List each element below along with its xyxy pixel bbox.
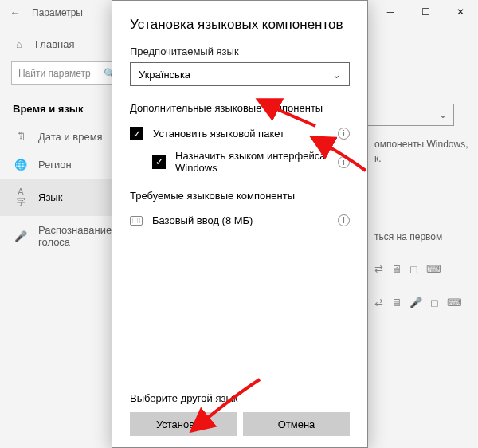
bg-icons-row: ⇄ 🖥 🎤 ◻ ⌨ — [374, 295, 478, 311]
required-basic-typing: Базовый ввод (8 МБ) i — [130, 210, 350, 231]
bg-text: к. — [374, 151, 478, 166]
sidebar-item-label: Дата и время — [38, 131, 103, 143]
sidebar-item-label: Распознавание голоса — [38, 224, 121, 248]
required-section-label: Требуемые языковые компоненты — [130, 190, 350, 202]
install-language-dialog: Установка языковых компонентов Предпочит… — [112, 0, 368, 448]
info-icon[interactable]: i — [338, 214, 350, 226]
minimize-button[interactable]: ─ — [373, 0, 408, 24]
info-icon[interactable]: i — [338, 128, 350, 140]
sidebar-item-speech[interactable]: 🎤 Распознавание голоса — [11, 216, 124, 256]
close-button[interactable]: ✕ — [443, 0, 478, 24]
bg-text: ться на первом — [374, 230, 478, 244]
optional-section-label: Дополнительные языковые компоненты — [130, 102, 350, 114]
window-title: Параметры — [32, 7, 83, 18]
display-icon: 🖥 — [391, 295, 402, 311]
keyboard-icon: ⌨ — [447, 295, 462, 311]
bg-right-pane: омпоненты Windows, к. ться на первом ⇄ 🖥… — [374, 104, 478, 310]
bg-combo[interactable] — [366, 104, 454, 126]
keyboard-icon: ⌨ — [426, 261, 441, 277]
required-label: Базовый ввод (8 МБ) — [152, 214, 253, 226]
search-placeholder: Найти параметр — [18, 68, 91, 79]
sidebar-item-label: Язык — [38, 191, 62, 203]
mic-icon: 🎤 — [14, 230, 27, 242]
keyboard-icon — [130, 216, 143, 226]
checkbox-checked-icon[interactable]: ✓ — [130, 127, 143, 140]
preferred-language-select[interactable]: Українська ⌄ — [130, 62, 350, 86]
sync-icon: ⇄ — [374, 295, 383, 311]
back-icon[interactable]: ← — [10, 6, 21, 19]
display-icon: 🖥 — [391, 261, 402, 277]
option-set-display-language[interactable]: ✓ Назначить языком интерфейса Windows i — [152, 145, 350, 179]
bg-text: омпоненты Windows, — [374, 137, 478, 151]
home-icon: ⌂ — [13, 38, 25, 50]
sync-icon: ⇄ — [374, 261, 383, 277]
language-icon: A字 — [14, 187, 27, 208]
dialog-buttons: Установить Отмена — [130, 412, 350, 436]
dialog-title: Установка языковых компонентов — [130, 17, 350, 33]
maximize-button[interactable]: ☐ — [408, 0, 443, 24]
option-install-language-pack[interactable]: ✓ Установить языковой пакет i — [130, 122, 350, 145]
search-input[interactable]: Найти параметр 🔍 — [11, 61, 123, 85]
select-value: Українська — [139, 69, 190, 81]
option-label: Назначить языком интерфейса Windows — [175, 150, 350, 174]
window-controls: ─ ☐ ✕ — [373, 0, 478, 24]
choose-another-language[interactable]: Выберите другой язык — [130, 392, 350, 404]
info-icon[interactable]: i — [338, 156, 350, 168]
chevron-down-icon: ⌄ — [332, 69, 341, 81]
sidebar-item-label: Регион — [38, 159, 72, 171]
home-link[interactable]: ⌂ Главная — [13, 38, 124, 50]
bg-icons-row: ⇄ 🖥 ◻ ⌨ — [374, 261, 478, 277]
sidebar-item-datetime[interactable]: 🗓 Дата и время — [11, 123, 124, 151]
category-title: Время и язык — [13, 103, 124, 115]
preferred-language-label: Предпочитаемый язык — [130, 45, 350, 57]
region-icon: ◻ — [430, 295, 439, 311]
checkbox-checked-icon[interactable]: ✓ — [152, 155, 166, 169]
option-label: Установить языковой пакет — [153, 128, 284, 140]
cancel-button[interactable]: Отмена — [243, 412, 350, 436]
sidebar-item-language[interactable]: A字 Язык — [0, 179, 124, 216]
calendar-icon: 🗓 — [14, 131, 27, 143]
sidebar-item-region[interactable]: 🌐 Регион — [11, 151, 124, 179]
region-icon: ◻ — [409, 261, 418, 277]
globe-icon: 🌐 — [14, 159, 27, 171]
install-button[interactable]: Установить — [130, 412, 237, 436]
mic-icon: 🎤 — [409, 295, 422, 311]
home-label: Главная — [35, 38, 74, 50]
